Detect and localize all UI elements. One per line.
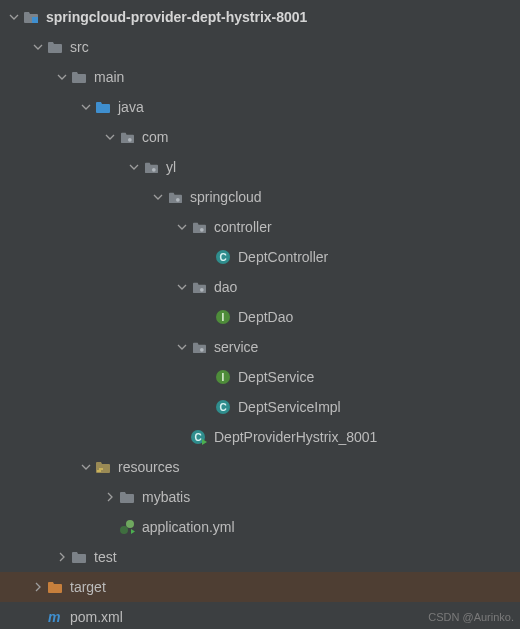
tree-row[interactable]: application.yml xyxy=(0,512,520,542)
svg-text:C: C xyxy=(219,402,226,413)
tree-row[interactable]: target xyxy=(0,572,520,602)
tree-row[interactable]: test xyxy=(0,542,520,572)
tree-row[interactable]: controller xyxy=(0,212,520,242)
tree-item-label: DeptDao xyxy=(238,309,293,325)
package-icon xyxy=(118,128,136,146)
arrow-spacer xyxy=(198,309,214,325)
chevron-right-icon[interactable] xyxy=(30,579,46,595)
package-icon xyxy=(190,278,208,296)
module-folder-icon xyxy=(22,8,40,26)
chevron-down-icon[interactable] xyxy=(54,69,70,85)
tree-row[interactable]: CDeptController xyxy=(0,242,520,272)
tree-row[interactable]: resources xyxy=(0,452,520,482)
chevron-down-icon[interactable] xyxy=(6,9,22,25)
svg-point-20 xyxy=(126,520,134,528)
tree-row[interactable]: main xyxy=(0,62,520,92)
chevron-right-icon[interactable] xyxy=(102,489,118,505)
tree-item-label: resources xyxy=(118,459,179,475)
tree-item-label: mybatis xyxy=(142,489,190,505)
tree-item-label: dao xyxy=(214,279,237,295)
tree-item-label: java xyxy=(118,99,144,115)
svg-point-4 xyxy=(199,227,203,231)
tree-item-label: controller xyxy=(214,219,272,235)
tree-item-label: DeptController xyxy=(238,249,328,265)
tree-row[interactable]: mybatis xyxy=(0,482,520,512)
chevron-down-icon[interactable] xyxy=(150,189,166,205)
tree-item-label: DeptServiceImpl xyxy=(238,399,341,415)
arrow-spacer xyxy=(198,399,214,415)
tree-item-label: test xyxy=(94,549,117,565)
tree-item-label: DeptService xyxy=(238,369,314,385)
svg-text:m: m xyxy=(48,609,60,625)
source-folder-icon xyxy=(94,98,112,116)
package-icon xyxy=(190,218,208,236)
svg-point-19 xyxy=(120,526,128,534)
chevron-down-icon[interactable] xyxy=(174,219,190,235)
svg-point-3 xyxy=(175,197,179,201)
yml-file-icon xyxy=(118,518,136,536)
tree-row[interactable]: IDeptService xyxy=(0,362,520,392)
svg-point-7 xyxy=(199,287,203,291)
interface-icon: I xyxy=(214,368,232,386)
class-icon: C xyxy=(214,248,232,266)
tree-row[interactable]: CDeptProviderHystrix_8001 xyxy=(0,422,520,452)
folder-icon xyxy=(70,68,88,86)
tree-row[interactable]: src xyxy=(0,32,520,62)
tree-row[interactable]: yl xyxy=(0,152,520,182)
svg-rect-18 xyxy=(99,468,103,470)
svg-rect-17 xyxy=(97,470,101,472)
chevron-down-icon[interactable] xyxy=(174,339,190,355)
package-icon xyxy=(166,188,184,206)
tree-item-label: DeptProviderHystrix_8001 xyxy=(214,429,377,445)
folder-icon xyxy=(70,548,88,566)
tree-item-label: service xyxy=(214,339,258,355)
chevron-down-icon[interactable] xyxy=(102,129,118,145)
tree-row[interactable]: springcloud xyxy=(0,182,520,212)
tree-row[interactable]: springcloud-provider-dept-hystrix-8001 xyxy=(0,2,520,32)
tree-row[interactable]: java xyxy=(0,92,520,122)
svg-rect-0 xyxy=(32,17,38,23)
chevron-down-icon[interactable] xyxy=(174,279,190,295)
maven-file-icon: m xyxy=(46,608,64,626)
tree-item-label: application.yml xyxy=(142,519,235,535)
svg-text:I: I xyxy=(222,312,225,323)
tree-row[interactable]: dao xyxy=(0,272,520,302)
project-tree[interactable]: springcloud-provider-dept-hystrix-8001sr… xyxy=(0,0,520,629)
chevron-down-icon[interactable] xyxy=(78,99,94,115)
arrow-spacer xyxy=(30,609,46,625)
tree-row[interactable]: IDeptDao xyxy=(0,302,520,332)
arrow-spacer xyxy=(174,429,190,445)
chevron-down-icon[interactable] xyxy=(126,159,142,175)
run-class-icon: C xyxy=(190,428,208,446)
tree-item-label: springcloud xyxy=(190,189,262,205)
tree-row[interactable]: CDeptServiceImpl xyxy=(0,392,520,422)
tree-item-label: springcloud-provider-dept-hystrix-8001 xyxy=(46,9,307,25)
class-icon: C xyxy=(214,398,232,416)
resources-folder-icon xyxy=(94,458,112,476)
target-folder-icon xyxy=(46,578,64,596)
tree-item-label: src xyxy=(70,39,89,55)
chevron-down-icon[interactable] xyxy=(30,39,46,55)
svg-text:C: C xyxy=(194,432,201,443)
tree-item-label: pom.xml xyxy=(70,609,123,625)
svg-point-10 xyxy=(199,347,203,351)
interface-icon: I xyxy=(214,308,232,326)
tree-item-label: yl xyxy=(166,159,176,175)
folder-icon xyxy=(118,488,136,506)
svg-text:C: C xyxy=(219,252,226,263)
tree-row[interactable]: com xyxy=(0,122,520,152)
tree-row[interactable]: service xyxy=(0,332,520,362)
svg-point-1 xyxy=(127,137,131,141)
arrow-spacer xyxy=(102,519,118,535)
tree-item-label: com xyxy=(142,129,168,145)
arrow-spacer xyxy=(198,249,214,265)
folder-icon xyxy=(46,38,64,56)
package-icon xyxy=(142,158,160,176)
tree-item-label: target xyxy=(70,579,106,595)
svg-text:I: I xyxy=(222,372,225,383)
arrow-spacer xyxy=(198,369,214,385)
package-icon xyxy=(190,338,208,356)
svg-point-2 xyxy=(151,167,155,171)
chevron-right-icon[interactable] xyxy=(54,549,70,565)
chevron-down-icon[interactable] xyxy=(78,459,94,475)
